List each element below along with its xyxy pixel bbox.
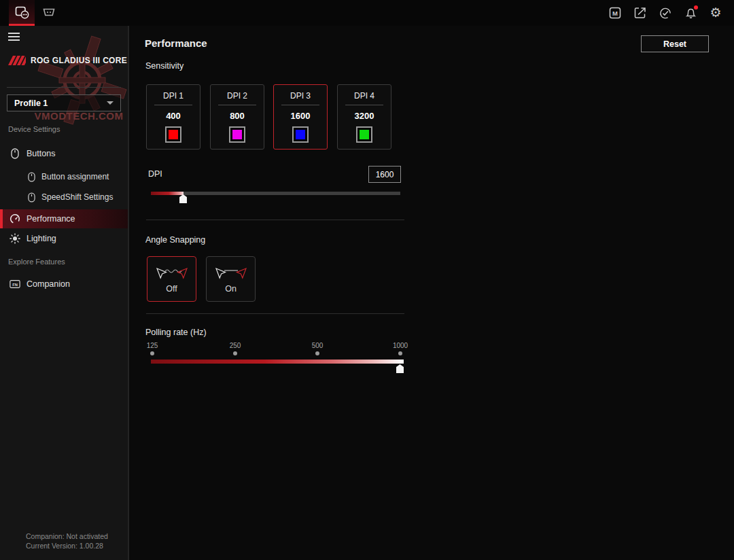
reset-button[interactable]: Reset bbox=[641, 35, 709, 52]
dpi-preset-label: DPI 1 bbox=[163, 91, 184, 101]
profile-dropdown[interactable]: Profile 1 bbox=[7, 94, 121, 111]
angle-snapping-on-icon bbox=[215, 266, 247, 280]
polling-tick-500: 500 bbox=[312, 342, 324, 349]
tab-dock-device[interactable] bbox=[36, 0, 62, 26]
polling-stop-dot[interactable] bbox=[150, 351, 154, 355]
divider bbox=[218, 105, 256, 105]
settings-gear-icon[interactable]: ⚙ bbox=[710, 7, 722, 19]
main-content: Performance Reset Sensitivity DPI 1 400 … bbox=[130, 26, 734, 560]
device-header: ROG GLADIUS III CORE bbox=[8, 56, 127, 65]
sidebar-footer: Companion: Not activated Current Version… bbox=[26, 531, 108, 550]
angle-snapping-on-label: On bbox=[225, 284, 237, 294]
dpi-value-box[interactable]: 1600 bbox=[368, 166, 401, 183]
dpi-color-swatch[interactable] bbox=[165, 126, 181, 143]
sidebar-item-label: Companion bbox=[27, 279, 70, 289]
sidebar: VMODTECH.COM ROG GLADIUS III CORE Profil… bbox=[0, 26, 129, 560]
angle-snapping-off-label: Off bbox=[166, 284, 177, 294]
current-version: Current Version: 1.00.28 bbox=[26, 541, 108, 550]
notifications-bell-icon[interactable] bbox=[684, 7, 697, 19]
dpi-color-fill bbox=[169, 130, 178, 139]
dpi-preset-card-2[interactable]: DPI 2 800 bbox=[210, 84, 264, 150]
dpi-color-swatch[interactable] bbox=[292, 126, 309, 143]
section-device-settings: Device Settings bbox=[8, 125, 60, 133]
svg-text:FN: FN bbox=[12, 283, 18, 287]
dpi-preset-value: 800 bbox=[230, 111, 245, 121]
armoury-crate-window: M bbox=[0, 0, 734, 560]
gear-glyph: ⚙ bbox=[710, 7, 721, 19]
mouse-icon bbox=[26, 172, 37, 182]
dpi-slider-thumb[interactable] bbox=[179, 194, 187, 203]
divider bbox=[345, 105, 383, 105]
divider bbox=[154, 105, 192, 105]
rog-stripes-icon bbox=[8, 56, 26, 65]
polling-rate-label: Polling rate (Hz) bbox=[145, 328, 207, 337]
polling-stop-dot[interactable] bbox=[398, 351, 402, 355]
update-check-icon[interactable] bbox=[659, 7, 671, 19]
sidebar-item-buttons[interactable]: Buttons bbox=[0, 144, 129, 163]
divider bbox=[7, 87, 121, 88]
sidebar-item-performance[interactable]: Performance bbox=[0, 209, 129, 228]
sidebar-item-label: Buttons bbox=[27, 149, 55, 158]
popout-icon[interactable] bbox=[634, 7, 646, 19]
device-name: ROG GLADIUS III CORE bbox=[31, 56, 127, 65]
angle-snapping-off-card[interactable]: Off bbox=[147, 256, 196, 302]
dpi-preset-card-4[interactable]: DPI 4 3200 bbox=[337, 84, 391, 150]
page-title: Performance bbox=[145, 37, 207, 49]
tab-mouse-device[interactable] bbox=[9, 0, 35, 26]
sidebar-item-label: SpeedShift Settings bbox=[41, 192, 113, 202]
gauge-icon bbox=[10, 213, 20, 224]
mouse-device-icon bbox=[14, 5, 30, 19]
svg-text:M: M bbox=[612, 10, 618, 17]
topbar: M bbox=[0, 0, 734, 26]
dpi-color-swatch[interactable] bbox=[229, 126, 245, 143]
watermark-ornament bbox=[35, 31, 129, 133]
divider bbox=[146, 220, 404, 220]
dpi-color-fill bbox=[232, 130, 242, 139]
rog-m-badge-icon[interactable]: M bbox=[609, 7, 621, 19]
divider bbox=[281, 105, 319, 105]
rog-m-badge-glyph: M bbox=[609, 7, 621, 19]
dpi-slider-fill bbox=[151, 192, 184, 195]
sensitivity-label: Sensitivity bbox=[145, 61, 184, 71]
fn-key-icon: FN bbox=[10, 279, 20, 289]
angle-snapping-off-icon bbox=[156, 266, 188, 280]
chevron-down-icon bbox=[107, 101, 113, 105]
dpi-preset-value: 3200 bbox=[355, 111, 374, 121]
mouse-icon bbox=[10, 148, 20, 159]
sidebar-item-label: Performance bbox=[27, 214, 75, 224]
dpi-preset-label: DPI 2 bbox=[227, 91, 247, 101]
dpi-preset-card-3-selected[interactable]: DPI 3 1600 bbox=[273, 84, 328, 150]
watermark-text: VMODTECH.COM bbox=[31, 110, 126, 122]
sidebar-item-companion[interactable]: FN Companion bbox=[0, 275, 129, 294]
dpi-preset-label: DPI 3 bbox=[290, 91, 311, 101]
dpi-slider-track[interactable] bbox=[151, 192, 400, 195]
angle-snapping-label: Angle Snapping bbox=[145, 235, 205, 245]
polling-stop-dot[interactable] bbox=[233, 351, 237, 355]
polling-slider-track[interactable] bbox=[151, 360, 404, 364]
section-explore-features: Explore Features bbox=[8, 258, 65, 266]
sidebar-item-button-assignment[interactable]: Button assignment bbox=[0, 167, 129, 186]
polling-slider-fill bbox=[151, 360, 404, 364]
dpi-color-swatch[interactable] bbox=[356, 126, 372, 143]
polling-tick-250: 250 bbox=[230, 342, 241, 349]
sidebar-item-lighting[interactable]: Lighting bbox=[0, 229, 129, 248]
polling-slider-thumb[interactable] bbox=[396, 364, 404, 373]
dock-device-icon bbox=[41, 7, 56, 19]
notification-dot bbox=[694, 5, 698, 10]
dpi-preset-value: 1600 bbox=[291, 111, 311, 121]
popout-glyph bbox=[634, 7, 646, 19]
sidebar-item-label: Button assignment bbox=[41, 172, 109, 181]
polling-tick-125: 125 bbox=[147, 342, 158, 349]
topbar-right-icons: M bbox=[609, 0, 722, 26]
profile-selected-value: Profile 1 bbox=[14, 99, 107, 108]
dpi-preset-card-1[interactable]: DPI 1 400 bbox=[146, 84, 200, 150]
angle-snapping-on-card[interactable]: On bbox=[206, 256, 256, 302]
sidebar-item-speedshift-settings[interactable]: SpeedShift Settings bbox=[0, 188, 129, 207]
update-check-glyph bbox=[659, 7, 671, 20]
hamburger-menu-icon[interactable] bbox=[8, 33, 20, 41]
mouse-icon bbox=[26, 192, 37, 203]
polling-stop-dot[interactable] bbox=[315, 351, 319, 355]
dpi-color-fill bbox=[296, 130, 305, 139]
dpi-slider-label: DPI bbox=[148, 169, 162, 179]
polling-tick-1000: 1000 bbox=[393, 342, 408, 349]
